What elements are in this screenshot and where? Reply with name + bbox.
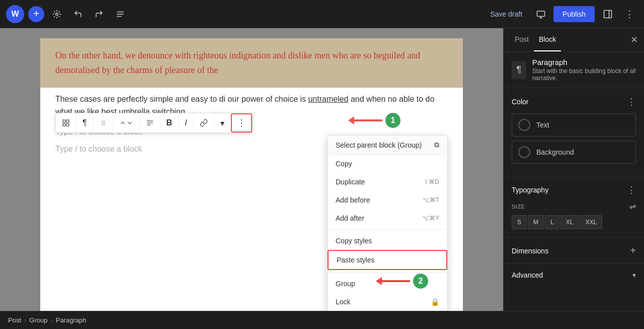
link-button[interactable] [194,115,214,131]
menu-divider-1 [328,229,447,230]
select-parent-item[interactable]: Select parent block (Group) ⧉ [328,136,447,155]
color-section: Color ⋮ Text Background [504,88,644,176]
paste-styles-item[interactable]: Paste styles [328,250,447,270]
save-draft-button[interactable]: Save draft [484,7,528,21]
typography-section-header: Typography ⋮ [512,184,636,195]
svg-point-16 [103,122,104,123]
arrow-2-body [380,280,410,282]
breadcrumb-paragraph[interactable]: Paragraph [56,316,87,324]
size-xxl-button[interactable]: XXL [580,215,602,229]
editor-canvas: On the other hand, we denounce with righ… [40,38,463,311]
breadcrumb-post[interactable]: Post [8,316,21,324]
svg-rect-7 [604,10,612,18]
add-before-item[interactable]: Add before ⌥⌘T [328,191,447,209]
paragraph-button[interactable]: ¶ [76,114,94,131]
wp-logo[interactable]: W [6,5,24,23]
svg-point-17 [102,124,103,125]
svg-rect-10 [66,120,69,122]
size-m-button[interactable]: M [528,215,544,229]
select-parent-icon: ⧉ [434,141,439,149]
background-color-option[interactable]: Background [512,141,636,164]
transform-block-button[interactable] [56,115,76,131]
color-section-header: Color ⋮ [512,96,636,107]
more-rich-text-button[interactable]: ▾ [214,114,231,132]
duplicate-label: Duplicate [336,178,365,186]
dimensions-title: Dimensions [512,247,548,255]
svg-rect-12 [63,123,65,126]
copy-label: Copy [336,160,352,168]
move-up-down-button[interactable] [113,115,140,130]
color-more-button[interactable]: ⋮ [627,96,636,107]
dimensions-section: Dimensions + [504,238,644,264]
document-overview-button[interactable] [112,7,129,22]
arrow-1 [352,119,382,121]
top-bar: W + Save draft Publish ⋮ [0,0,644,28]
undo-button[interactable] [69,7,87,22]
typography-section: Typography ⋮ SIZE ⇌ S M L XL XXL [504,176,644,238]
block-info: Paragraph Start with the basic building … [532,58,636,82]
lock-icon: 🔒 [431,298,439,306]
color-title: Color [512,98,528,106]
arrow-annotation-2: 2 [380,274,428,289]
bg-color-circle [518,146,530,158]
advanced-title: Advanced [512,271,543,279]
block-desc: Start with the basic building block of a… [532,68,636,82]
svg-point-0 [56,13,58,15]
add-before-label: Add before [336,196,370,204]
publish-button[interactable]: Publish [553,6,595,22]
lock-item[interactable]: Lock 🔒 [328,293,447,311]
typography-more-button[interactable]: ⋮ [627,184,636,195]
sidebar-tabs: Post Block ✕ [504,28,644,52]
text-color-option[interactable]: Text [512,113,636,137]
text-color-circle [518,119,530,131]
group-label: Group [336,280,355,288]
copy-item[interactable]: Copy [328,155,447,173]
right-sidebar: Post Block ✕ ¶ Paragraph Start with the … [503,28,644,311]
italic-button[interactable]: I [179,114,193,131]
tab-block[interactable]: Block [534,28,561,51]
arrow-annotation-1: 1 [352,113,400,128]
breadcrumb: Post › Group › Paragraph [0,311,644,329]
more-options-button[interactable]: ⋮ [621,6,638,23]
sidebar-close-button[interactable]: ✕ [630,34,638,45]
highlighted-text: On the other hand, we denounce with righ… [55,48,448,78]
breadcrumb-sep-1: › [24,316,26,324]
svg-point-15 [102,122,103,123]
breadcrumb-group[interactable]: Group [29,316,47,324]
tools-button[interactable] [48,7,65,22]
size-l-button[interactable]: L [545,215,559,229]
copy-styles-item[interactable]: Copy styles [328,232,447,250]
text-color-label: Text [536,121,549,129]
tab-post[interactable]: Post [510,28,534,51]
block-name: Paragraph [532,58,636,67]
svg-point-18 [103,124,104,125]
highlighted-block[interactable]: On the other hand, we denounce with righ… [40,38,463,88]
add-block-button[interactable]: + [28,6,44,22]
svg-rect-4 [537,11,545,17]
lock-label: Lock [336,298,351,306]
bg-color-label: Background [536,148,574,156]
svg-rect-9 [63,120,65,122]
preview-button[interactable] [532,7,549,22]
size-s-button[interactable]: S [512,215,527,229]
align-button[interactable] [140,115,160,131]
paste-styles-label: Paste styles [337,256,374,264]
annotation-badge-1: 1 [385,113,400,128]
options-menu-button[interactable]: ⋮ [231,113,252,133]
drag-button[interactable] [94,115,113,130]
size-row: SIZE ⇌ [512,202,636,211]
advanced-chevron-icon[interactable]: ▾ [632,271,636,279]
add-after-shortcut: ⌥⌘Y [422,215,439,222]
bold-button[interactable]: B [160,114,179,131]
sidebar-toggle-button[interactable] [599,6,617,22]
block-header: ¶ Paragraph Start with the basic buildin… [504,52,644,88]
typography-filter-icon[interactable]: ⇌ [629,202,636,211]
size-xl-button[interactable]: XL [560,215,579,229]
block-toolbar: ¶ B I ▾ ⋮ [55,113,253,133]
main-area: On the other hand, we denounce with righ… [0,28,644,311]
add-after-item[interactable]: Add after ⌥⌘Y [328,209,447,227]
duplicate-item[interactable]: Duplicate ⇧⌘D [328,173,447,191]
arrow-2-head [376,277,382,285]
redo-button[interactable] [91,7,108,22]
dimensions-add-button[interactable]: + [630,245,636,256]
